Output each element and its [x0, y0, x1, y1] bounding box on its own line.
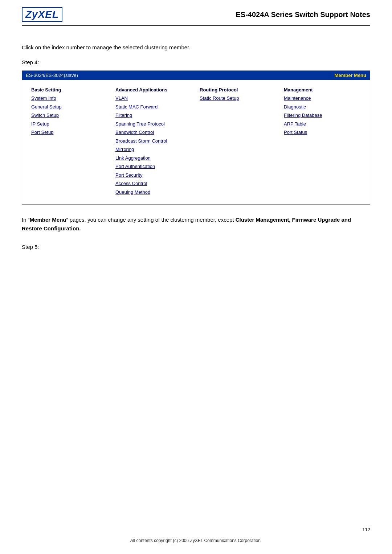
link-spanning-tree-protocol[interactable]: Spanning Tree Protocol — [115, 120, 192, 128]
menu-box-body: Basic Setting System Info General Setup … — [22, 80, 370, 204]
menu-box-member-menu-label: Member Menu — [335, 73, 366, 78]
link-diagnostic[interactable]: Diagnostic — [284, 103, 361, 111]
link-maintenance[interactable]: Maintenance — [284, 95, 361, 102]
menu-column-basic-setting: Basic Setting System Info General Setup … — [28, 87, 112, 197]
link-queuing-method[interactable]: Queuing Method — [115, 189, 192, 196]
member-menu-description: In “Member Menu” pages, you can change a… — [22, 216, 370, 233]
link-ip-setup[interactable]: IP Setup — [31, 120, 108, 128]
advanced-applications-title[interactable]: Advanced Applications — [115, 87, 192, 93]
step5-label: Step 5: — [22, 244, 370, 250]
menu-column-advanced-applications: Advanced Applications VLAN Static MAC Fo… — [112, 87, 196, 197]
link-vlan[interactable]: VLAN — [115, 95, 192, 102]
page-title: ES-4024A Series Switch Support Notes — [62, 11, 370, 19]
link-filtering[interactable]: Filtering — [115, 112, 192, 119]
link-mirroring[interactable]: Mirroring — [115, 146, 192, 153]
management-title[interactable]: Management — [284, 87, 361, 93]
footer: All contents copyright (c) 2006 ZyXEL Co… — [0, 536, 392, 543]
page-number: 112 — [362, 527, 370, 532]
basic-setting-title[interactable]: Basic Setting — [31, 87, 108, 93]
link-system-info[interactable]: System Info — [31, 95, 108, 102]
link-broadcast-storm-control[interactable]: Broadcast Storm Control — [115, 138, 192, 145]
menu-column-management: Management Maintenance Diagnostic Filter… — [280, 87, 364, 197]
paragraph-part1: In “ — [22, 217, 30, 223]
link-general-setup[interactable]: General Setup — [31, 103, 108, 111]
link-filtering-database[interactable]: Filtering Database — [284, 112, 361, 119]
logo: ZyXEL — [22, 7, 62, 22]
paragraph-bold1: Member Menu — [30, 217, 66, 223]
link-switch-setup[interactable]: Switch Setup — [31, 112, 108, 119]
link-static-mac-forward[interactable]: Static MAC Forward — [115, 103, 192, 111]
footer-copyright: All contents copyright (c) 2006 ZyXEL Co… — [0, 538, 392, 543]
link-access-control[interactable]: Access Control — [115, 180, 192, 187]
link-port-setup[interactable]: Port Setup — [31, 129, 108, 136]
intro-text: Click on the index number to manage the … — [22, 44, 370, 50]
step4-label: Step 4: — [22, 59, 370, 65]
menu-box-device-title: ES-3024/ES-3024(slave) — [26, 73, 78, 78]
link-port-status[interactable]: Port Status — [284, 129, 361, 136]
body-content: Click on the index number to manage the … — [22, 37, 370, 262]
link-port-security[interactable]: Port Security — [115, 172, 192, 179]
routing-protocol-title[interactable]: Routing Protocol — [200, 87, 277, 93]
link-port-authentication[interactable]: Port Authentication — [115, 163, 192, 170]
paragraph-part2: ” pages, you can change any setting of t… — [66, 217, 236, 223]
link-link-aggregation[interactable]: Link Aggregation — [115, 155, 192, 162]
link-bandwidth-control[interactable]: Bandwidth Control — [115, 129, 192, 136]
member-menu-paragraph: In “Member Menu” pages, you can change a… — [22, 216, 370, 233]
menu-box-header: ES-3024/ES-3024(slave) Member Menu — [22, 71, 370, 80]
page-container: ZyXEL ES-4024A Series Switch Support Not… — [0, 0, 392, 554]
link-arp-table[interactable]: ARP Table — [284, 120, 361, 128]
menu-column-routing-protocol: Routing Protocol Static Route Setup — [196, 87, 280, 197]
link-static-route-setup[interactable]: Static Route Setup — [200, 95, 277, 102]
header: ZyXEL ES-4024A Series Switch Support Not… — [22, 7, 370, 26]
menu-box: ES-3024/ES-3024(slave) Member Menu Basic… — [22, 70, 370, 205]
logo-container: ZyXEL — [22, 7, 62, 22]
